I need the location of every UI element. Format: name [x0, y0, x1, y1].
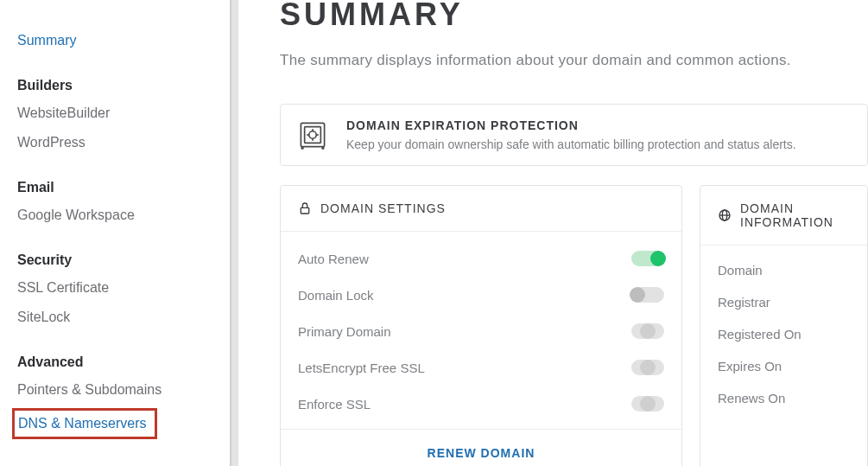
banner-text: Keep your domain ownership safe with aut… — [346, 137, 796, 151]
info-row-renews-on: Renews On — [718, 382, 850, 414]
setting-row-letsencrypt: LetsEncrypt Free SSL — [298, 349, 664, 386]
svg-point-8 — [322, 147, 324, 149]
domain-information-body: Domain Registrar Registered On Expires O… — [700, 246, 867, 414]
info-row-registered-on: Registered On — [718, 318, 850, 350]
toggle-letsencrypt[interactable] — [631, 360, 664, 375]
lock-icon — [298, 201, 312, 215]
domain-information-header-text: DOMAIN INFORMATION — [740, 201, 850, 229]
setting-row-primary-domain: Primary Domain — [298, 313, 664, 349]
sidebar-heading-email: Email — [17, 157, 230, 201]
sidebar-item-websitebuilder[interactable]: WebsiteBuilder — [17, 99, 230, 128]
sidebar-item-pointers-subdomains[interactable]: Pointers & Subdomains — [17, 375, 230, 405]
setting-label: Domain Lock — [298, 288, 374, 303]
domain-information-header: DOMAIN INFORMATION — [700, 186, 867, 246]
sidebar-item-ssl-certificate[interactable]: SSL Certificate — [17, 273, 230, 303]
svg-rect-9 — [301, 207, 308, 214]
cards-row: DOMAIN SETTINGS Auto Renew Domain Lock P… — [280, 185, 868, 466]
banner-title: DOMAIN EXPIRATION PROTECTION — [346, 118, 796, 132]
dns-highlight-box: DNS & Nameservers — [12, 408, 157, 439]
page-subtitle: The summary displays information about y… — [280, 52, 868, 69]
domain-settings-header: DOMAIN SETTINGS — [281, 186, 681, 232]
domain-settings-card: DOMAIN SETTINGS Auto Renew Domain Lock P… — [280, 185, 682, 466]
sidebar-item-wordpress[interactable]: WordPress — [17, 128, 230, 157]
toggle-enforce-ssl[interactable] — [631, 396, 664, 412]
safe-icon — [298, 120, 327, 150]
sidebar-heading-security: Security — [17, 230, 230, 273]
setting-row-auto-renew: Auto Renew — [298, 240, 664, 277]
renew-domain-button[interactable]: RENEW DOMAIN — [428, 446, 535, 460]
toggle-domain-lock[interactable] — [631, 287, 664, 303]
sidebar-item-sitelock[interactable]: SiteLock — [17, 303, 230, 332]
setting-label: Primary Domain — [298, 324, 391, 339]
page-title: SUMMARY — [280, 0, 868, 33]
sidebar-item-google-workspace[interactable]: Google Workspace — [17, 201, 230, 230]
expiration-protection-banner[interactable]: DOMAIN EXPIRATION PROTECTION Keep your d… — [280, 104, 868, 166]
info-row-expires-on: Expires On — [718, 350, 850, 382]
sidebar-item-dns-nameservers[interactable]: DNS & Nameservers — [18, 416, 146, 431]
domain-settings-footer: RENEW DOMAIN — [281, 429, 681, 466]
domain-information-card: DOMAIN INFORMATION Domain Registrar Regi… — [700, 185, 868, 466]
main-content: SUMMARY The summary displays information… — [230, 0, 868, 466]
sidebar-heading-builders: Builders — [17, 55, 230, 99]
setting-row-domain-lock: Domain Lock — [298, 277, 664, 313]
toggle-primary-domain[interactable] — [631, 323, 664, 339]
sidebar-heading-advanced: Advanced — [17, 332, 230, 375]
globe-icon — [718, 208, 732, 222]
svg-point-2 — [309, 131, 317, 139]
setting-row-enforce-ssl: Enforce SSL — [298, 386, 664, 422]
svg-point-7 — [301, 147, 303, 149]
setting-label: Enforce SSL — [298, 397, 371, 412]
setting-label: LetsEncrypt Free SSL — [298, 361, 425, 375]
info-row-domain: Domain — [718, 254, 850, 286]
setting-label: Auto Renew — [298, 252, 369, 266]
sidebar: Summary Builders WebsiteBuilder WordPres… — [0, 0, 230, 466]
domain-settings-header-text: DOMAIN SETTINGS — [320, 201, 446, 215]
toggle-auto-renew[interactable] — [631, 251, 664, 266]
banner-text-wrap: DOMAIN EXPIRATION PROTECTION Keep your d… — [346, 118, 796, 151]
sidebar-item-summary[interactable]: Summary — [17, 26, 230, 55]
info-row-registrar: Registrar — [718, 286, 850, 318]
sidebar-divider — [230, 0, 238, 466]
domain-settings-body: Auto Renew Domain Lock Primary Domain Le… — [281, 232, 681, 422]
